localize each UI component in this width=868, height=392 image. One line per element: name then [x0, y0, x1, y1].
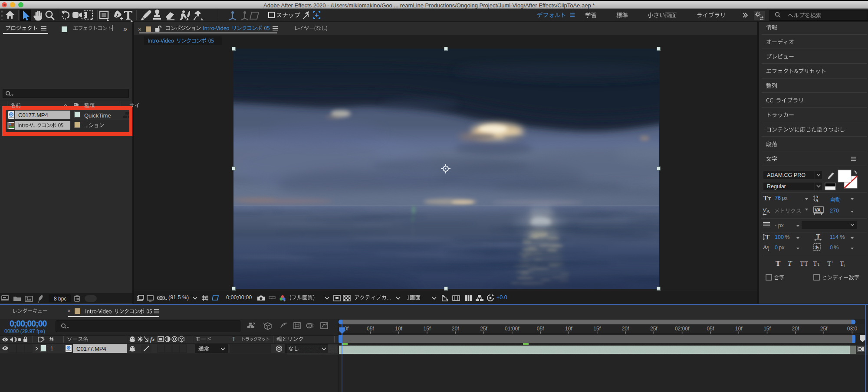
svg-text:T: T [800, 260, 804, 267]
svg-text:0: 0 [830, 245, 833, 251]
svg-text:T: T [788, 259, 792, 268]
svg-text:0: 0 [775, 245, 778, 251]
svg-text:px: px [779, 245, 785, 251]
svg-text:T: T [827, 260, 831, 267]
svg-text:T: T [816, 233, 820, 240]
svg-text:T: T [776, 259, 781, 268]
svg-text:T: T [804, 260, 808, 267]
svg-text:T: T [765, 234, 769, 241]
svg-text:Regular: Regular [767, 183, 786, 189]
svg-text:%: % [840, 234, 845, 240]
svg-text:A: A [766, 209, 770, 214]
svg-text:1: 1 [831, 260, 833, 264]
svg-text:%: % [785, 234, 790, 240]
svg-text:T: T [840, 260, 844, 267]
svg-text:%: % [834, 245, 838, 251]
svg-text:T: T [813, 260, 817, 267]
svg-text:100: 100 [775, 234, 784, 240]
svg-text:114: 114 [830, 234, 838, 240]
svg-text:270: 270 [830, 208, 839, 214]
svg-text:あ: あ [815, 245, 819, 250]
svg-text:a: a [767, 244, 769, 248]
svg-text:1: 1 [844, 264, 846, 268]
svg-text:T: T [768, 196, 771, 201]
svg-text:- px: - px [775, 222, 784, 229]
svg-text:T: T [817, 261, 820, 267]
svg-text:76: 76 [775, 195, 781, 201]
svg-text:A: A [815, 198, 819, 203]
svg-text:px: px [782, 195, 788, 201]
svg-text:T: T [763, 195, 768, 202]
svg-text:ADAM.CG PRO: ADAM.CG PRO [767, 172, 806, 178]
svg-text:VA: VA [815, 207, 821, 212]
